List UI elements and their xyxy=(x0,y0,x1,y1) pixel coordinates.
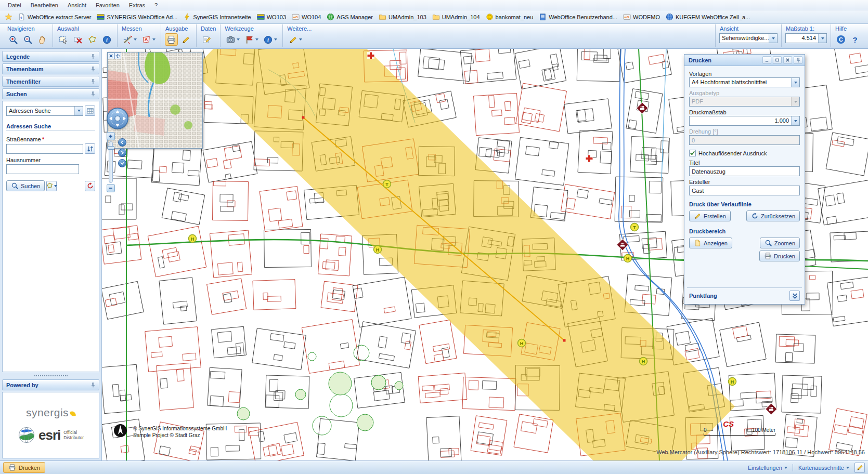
ersteller-input[interactable] xyxy=(689,186,800,195)
panel-header-themenfilter[interactable]: Themenfilter xyxy=(2,76,99,87)
massstab-combo[interactable]: 4.514 xyxy=(785,33,827,43)
measure-area-button[interactable] xyxy=(140,33,157,46)
line-endpoint[interactable] xyxy=(563,339,566,342)
overview-move-button[interactable] xyxy=(114,52,121,59)
restore-button[interactable] xyxy=(773,56,782,64)
info-tool-button[interactable] xyxy=(262,33,279,46)
ansicht-select[interactable]: Sehenswürdigke... xyxy=(719,33,778,43)
favorite-link[interactable]: bankomat_neu xyxy=(483,12,536,22)
full-extent-button[interactable] xyxy=(118,159,126,167)
pin-icon[interactable] xyxy=(90,91,96,97)
vorlagen-select[interactable]: A4 Hochformat blattschnittfrei xyxy=(689,77,800,87)
favorite-link[interactable]: WODEMO xyxy=(620,12,663,22)
search-reset-button[interactable] xyxy=(85,181,95,191)
panel-header-themenbaum[interactable]: Themenbaum xyxy=(2,63,99,74)
menu-extras[interactable]: Extras xyxy=(124,1,150,9)
help-button[interactable]: ? xyxy=(849,33,861,46)
pan-control[interactable] xyxy=(106,107,129,130)
previous-extent-button[interactable] xyxy=(118,138,126,147)
punktfang-expand-button[interactable] xyxy=(789,291,800,301)
panel-header-powered-by[interactable]: Powered by xyxy=(2,379,99,390)
zuruecksetzen-button[interactable]: Zurücksetzen xyxy=(746,210,800,221)
anzeigen-button[interactable]: Anzeigen xyxy=(689,238,732,248)
more-tools-button[interactable] xyxy=(287,33,304,46)
zoom-in-button[interactable] xyxy=(7,33,20,46)
menu-bearbeiten[interactable]: Bearbeiten xyxy=(26,1,63,9)
chevron-down-icon[interactable] xyxy=(769,34,777,43)
house-number-input[interactable] xyxy=(6,164,79,174)
druckmassstab-select[interactable]: 1.000 xyxy=(689,116,800,126)
marker-tool-button[interactable] xyxy=(243,33,260,46)
add-favorite-button[interactable] xyxy=(2,12,15,22)
pin-icon[interactable] xyxy=(90,54,96,60)
copyright-button[interactable]: C xyxy=(835,33,847,46)
menu-hilfe[interactable]: ? xyxy=(150,1,162,9)
favorite-link[interactable]: SynerGIS Intranetseite xyxy=(180,12,253,22)
erstellen-button[interactable]: Erstellen xyxy=(689,210,731,221)
print-panel-titlebar[interactable]: Drucken xyxy=(684,55,805,66)
edit-map-button[interactable] xyxy=(854,463,865,473)
pan-button[interactable] xyxy=(36,33,49,46)
favorite-link[interactable]: UMAdmin_103 xyxy=(376,12,429,22)
drucken-taskbar-tab[interactable]: Drucken xyxy=(3,462,45,473)
einstellungen-menu[interactable]: Einstellungen xyxy=(748,465,787,471)
checkbox-checked-icon[interactable] xyxy=(689,150,696,156)
favorite-link[interactable]: WO104 xyxy=(289,12,323,22)
overview-map[interactable] xyxy=(107,52,203,149)
identify-button[interactable] xyxy=(100,33,113,46)
search-result-table-button[interactable] xyxy=(85,106,95,116)
favorite-link[interactable]: WebOffice Benutzerhand... xyxy=(536,12,620,22)
chevron-down-icon[interactable] xyxy=(818,34,826,43)
select-polygon-button[interactable] xyxy=(86,33,99,46)
print-panel-body: Vorlagen A4 Hochformat blattschnittfrei … xyxy=(684,66,805,304)
select-features-button[interactable] xyxy=(57,33,70,46)
close-button[interactable] xyxy=(783,56,792,64)
clear-selection-button[interactable] xyxy=(71,33,84,46)
favorite-link[interactable]: WebOffice extract Server xyxy=(15,12,94,22)
zoom-slider-handle[interactable] xyxy=(108,146,114,150)
street-sort-button[interactable] xyxy=(85,143,95,154)
favorite-link[interactable]: UMAdmin_104 xyxy=(430,12,483,22)
hochaufloesend-checkbox[interactable]: Hochauflösender Ausdruck xyxy=(689,150,800,156)
favorite-link[interactable]: KUFGEM WebOffice Zell_a... xyxy=(663,12,753,22)
screenshot-tool-button[interactable] xyxy=(224,33,241,46)
chevron-down-icon[interactable] xyxy=(791,116,799,125)
pin-icon[interactable] xyxy=(90,66,96,72)
line-endpoint[interactable] xyxy=(302,116,305,119)
titel-input[interactable] xyxy=(689,166,800,176)
zoom-slider-plus-button[interactable] xyxy=(107,132,115,140)
favorite-link[interactable]: WO103 xyxy=(254,12,289,22)
search-button[interactable]: Suchen xyxy=(6,180,45,191)
search-type-select[interactable]: Adressen Suche xyxy=(6,106,83,116)
overview-close-button[interactable] xyxy=(108,52,114,59)
pin-icon[interactable] xyxy=(90,382,96,388)
menu-ansicht[interactable]: Ansicht xyxy=(63,1,91,9)
measure-distance-button[interactable] xyxy=(121,33,138,46)
favorite-link[interactable]: AGS Manager xyxy=(324,12,375,22)
sidebar-resize-handle[interactable] xyxy=(2,374,99,378)
print-tool-button[interactable] xyxy=(165,33,178,46)
edit-data-button[interactable] xyxy=(200,33,213,46)
chevron-down-icon[interactable] xyxy=(74,107,83,115)
zoom-slider-minus-button[interactable] xyxy=(107,184,115,192)
zoomen-button[interactable]: Zoomen xyxy=(760,238,800,248)
svg-text:H: H xyxy=(520,341,524,346)
close-icon xyxy=(109,54,113,58)
drucken-button[interactable]: Drucken xyxy=(759,251,800,261)
menu-favoriten[interactable]: Favoriten xyxy=(91,1,124,9)
zoom-slider[interactable] xyxy=(109,141,113,183)
favorite-link[interactable]: SYNERGIS WebOffice Ad... xyxy=(94,12,180,22)
menu-datei[interactable]: Datei xyxy=(3,1,26,9)
chevron-down-icon[interactable] xyxy=(791,78,799,87)
street-name-input[interactable] xyxy=(6,144,83,154)
zoom-out-button[interactable] xyxy=(21,33,34,46)
next-extent-button[interactable] xyxy=(118,149,126,157)
pin-button[interactable] xyxy=(794,56,802,64)
pin-icon[interactable] xyxy=(90,78,96,85)
redline-tool-button[interactable] xyxy=(179,33,192,46)
minimize-button[interactable] xyxy=(762,56,771,64)
kartenausschnitte-menu[interactable]: Kartenausschnitte xyxy=(798,465,849,471)
search-options-button[interactable] xyxy=(46,181,57,191)
panel-header-legende[interactable]: Legende xyxy=(2,51,99,62)
panel-header-suchen[interactable]: Suchen xyxy=(2,88,99,99)
